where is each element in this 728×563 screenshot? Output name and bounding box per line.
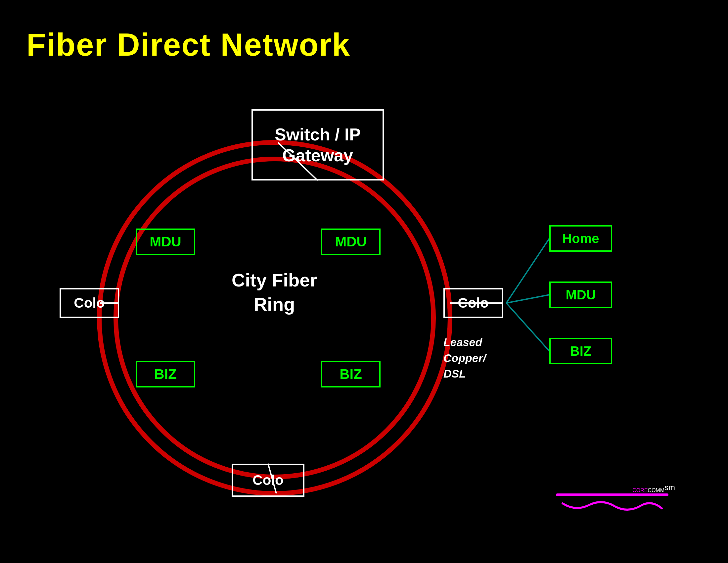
slide: Fiber Direct Network S — [0, 0, 728, 563]
colo-right-box: Colo — [443, 288, 503, 318]
home-right-box: Home — [549, 225, 612, 252]
mdu-right-box: MDU — [549, 282, 612, 308]
svg-line-8 — [506, 303, 549, 351]
colo-left-box: Colo — [60, 288, 119, 318]
svg-rect-9 — [556, 493, 668, 496]
mdu-top-right-box: MDU — [321, 228, 381, 255]
comm-text: COMM — [648, 488, 664, 493]
biz-bottom-right-box: BIZ — [321, 361, 381, 388]
diagram: Switch / IPGateway City Fiber Ring Colo … — [26, 66, 702, 537]
switch-ip-gateway-box: Switch / IPGateway — [251, 109, 384, 180]
biz-right-box: BIZ — [549, 338, 612, 364]
city-fiber-ring-label: City Fiber Ring — [232, 268, 317, 317]
leased-copper-dsl-label: LeasedCopper/DSL — [443, 335, 486, 382]
sm-mark: sm — [664, 483, 675, 492]
core-text: CORE — [632, 488, 648, 493]
svg-point-0 — [99, 142, 450, 493]
biz-bottom-left-box: BIZ — [136, 361, 195, 388]
corecomm-text: CORECOMMsm — [632, 483, 675, 493]
svg-line-6 — [506, 238, 549, 303]
mdu-top-left-box: MDU — [136, 228, 195, 255]
svg-line-7 — [506, 295, 549, 303]
corecomm-logo: CORECOMMsm — [556, 483, 675, 517]
switch-ip-gateway-label: Switch / IPGateway — [275, 124, 361, 165]
corecomm-underline-swirl — [556, 493, 675, 517]
svg-point-1 — [116, 159, 433, 477]
colo-bottom-box: Colo — [232, 464, 304, 497]
page-title: Fiber Direct Network — [26, 26, 350, 63]
